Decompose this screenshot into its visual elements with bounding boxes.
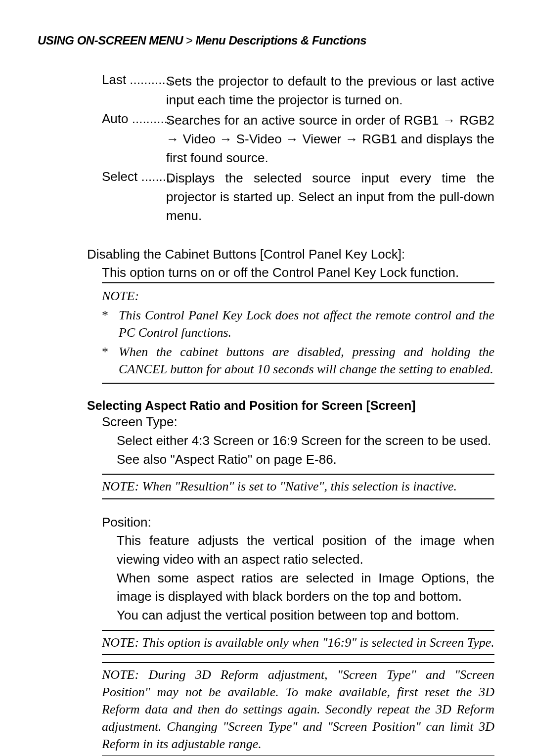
definition-select: Select ......... Displays the selected s… (102, 169, 494, 225)
definition-desc-auto: Searches for an active source in order o… (166, 111, 494, 167)
definition-auto: Auto ............ Searches for an active… (102, 111, 494, 167)
definition-desc-select: Displays the selected source input every… (166, 169, 494, 225)
definition-last: Last ............ Sets the projector to … (102, 72, 494, 109)
position-para-2: When some aspect ratios are selected in … (87, 569, 494, 606)
cabinet-desc: This option turns on or off the Control … (87, 264, 494, 282)
page-header: USING ON-SCREEN MENU>Menu Descriptions &… (38, 34, 494, 47)
definition-term-last: Last ............ (102, 72, 166, 109)
note-block-keylock: NOTE: * This Control Panel Key Lock does… (102, 282, 494, 384)
note-native: NOTE: When "Resultion" is set to "Native… (102, 474, 494, 499)
note-3d-reform: NOTE: During 3D Reform adjustment, "Scre… (102, 662, 494, 756)
definition-term-auto: Auto ............ (102, 111, 166, 167)
note-bullet-1: This Control Panel Key Lock does not aff… (119, 307, 494, 341)
header-section: USING ON-SCREEN MENU (38, 34, 183, 47)
definition-term-select: Select ......... (102, 169, 166, 225)
bullet-star-icon: * (102, 343, 119, 378)
screen-heading: Selecting Aspect Ratio and Position for … (87, 399, 494, 413)
note-169: NOTE: This option is available only when… (102, 630, 494, 655)
screen-type-desc: Select either 4:3 Screen or 16:9 Screen … (87, 432, 494, 469)
header-separator: > (183, 34, 196, 47)
position-para-3: You can adjust the vertical position bet… (87, 606, 494, 625)
note-label: NOTE: (102, 287, 494, 305)
cabinet-title: Disabling the Cabinet Buttons [Control P… (87, 245, 494, 264)
position-para-1: This feature adjusts the vertical positi… (87, 532, 494, 569)
screen-type-label: Screen Type: (87, 413, 494, 432)
definition-desc-last: Sets the projector to default to the pre… (166, 72, 494, 109)
note-bullet-2: When the cabinet buttons are disabled, p… (119, 343, 494, 378)
header-subsection: Menu Descriptions & Functions (196, 34, 367, 47)
position-label: Position: (87, 513, 494, 532)
bullet-star-icon: * (102, 307, 119, 341)
